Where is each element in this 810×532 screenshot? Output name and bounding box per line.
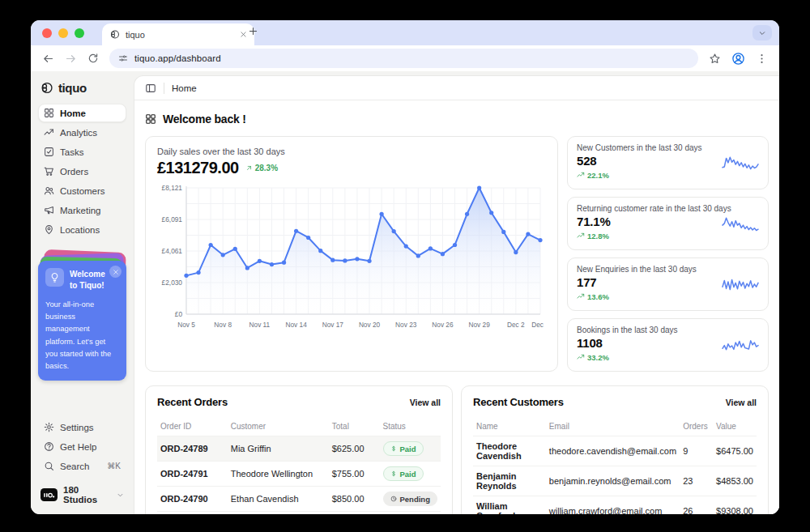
sidebar-item-home[interactable]: Home bbox=[38, 104, 126, 122]
reload-button[interactable] bbox=[87, 53, 99, 64]
customer-name-cell: Theodore Cavendish bbox=[473, 436, 546, 466]
site-settings-icon[interactable] bbox=[118, 53, 128, 63]
stat-card-returning-1: Returning customer rate in the last 30 d… bbox=[567, 197, 769, 250]
customer-orders-cell: 26 bbox=[680, 496, 713, 515]
order-row[interactable]: ORD-24793Chloe Hayes$348.00Pending bbox=[157, 512, 441, 515]
sidebar-item-label: Tasks bbox=[60, 147, 83, 157]
recent-customers-title: Recent Customers bbox=[473, 396, 564, 408]
gear-icon bbox=[44, 422, 54, 432]
svg-text:Nov 17: Nov 17 bbox=[322, 321, 344, 329]
sidebar-item-get-help[interactable]: Get Help bbox=[38, 437, 126, 456]
chevron-down-icon bbox=[117, 492, 124, 499]
sidebar-item-label: Search bbox=[60, 462, 89, 471]
status-label: Pending bbox=[400, 495, 430, 504]
stat-sparkline bbox=[722, 211, 759, 236]
customer-email-cell: benjamin.reynolds@email.com bbox=[546, 466, 680, 496]
zoom-window-button[interactable] bbox=[75, 28, 84, 38]
daily-sales-line-chart[interactable]: £0£2,030£4,061£6,091£8,121Nov 5Nov 8Nov … bbox=[157, 181, 544, 334]
status-badge-pending: Pending bbox=[383, 492, 437, 506]
svg-text:Nov 11: Nov 11 bbox=[249, 321, 271, 329]
sidebar-item-tasks[interactable]: Tasks bbox=[38, 143, 126, 161]
sidebar-item-label: Home bbox=[60, 109, 86, 118]
minimize-window-button[interactable] bbox=[58, 28, 68, 38]
order-row[interactable]: ORD-24790Ethan Cavendish$850.00Pending bbox=[157, 487, 441, 512]
svg-text:Nov 26: Nov 26 bbox=[432, 321, 454, 329]
column-header-status: Status bbox=[380, 417, 441, 436]
sidebar-item-orders[interactable]: Orders bbox=[38, 162, 126, 181]
customer-email-cell: theodore.cavendish@email.com bbox=[546, 436, 680, 466]
app-logo: tiquo bbox=[38, 78, 126, 104]
address-bar[interactable]: tiquo.app/dashboard bbox=[109, 49, 698, 68]
status-label: Paid bbox=[400, 470, 416, 479]
column-header-customer: Customer bbox=[228, 417, 329, 436]
svg-text:£2,030: £2,030 bbox=[162, 279, 183, 287]
order-customer-cell: Mia Griffin bbox=[228, 436, 329, 462]
svg-text:£4,061: £4,061 bbox=[162, 247, 183, 255]
sidebar-item-marketing[interactable]: Marketing bbox=[38, 201, 126, 219]
sidebar-item-label: Marketing bbox=[60, 206, 101, 215]
breadcrumb-home[interactable]: Home bbox=[172, 83, 197, 93]
grid-icon bbox=[145, 113, 156, 125]
customer-row[interactable]: Benjamin Reynoldsbenjamin.reynolds@email… bbox=[473, 466, 757, 496]
tab-strip: tiquo bbox=[31, 20, 779, 45]
bookmark-star-icon[interactable] bbox=[709, 53, 721, 65]
back-button[interactable] bbox=[42, 53, 54, 65]
order-status-cell: Pending bbox=[380, 512, 441, 515]
stat-trend-value: 12.8% bbox=[587, 232, 609, 240]
stat-card-new-0: New Customers in the last 30 days52822.1… bbox=[567, 136, 769, 189]
stat-trend-value: 33.2% bbox=[587, 353, 609, 362]
stat-trend-badge: 13.6% bbox=[577, 292, 609, 301]
svg-text:Dec 4: Dec 4 bbox=[531, 321, 544, 329]
sidebar-item-locations[interactable]: Locations bbox=[38, 220, 126, 239]
lightbulb-icon bbox=[45, 268, 64, 287]
status-label: Paid bbox=[400, 445, 416, 453]
new-tab-button[interactable] bbox=[248, 26, 258, 36]
stat-sparkline bbox=[722, 151, 759, 175]
tab-close-icon[interactable] bbox=[240, 31, 247, 38]
profile-avatar-icon[interactable] bbox=[731, 52, 745, 66]
sidebar: tiquo HomeAnalyticsTasksOrdersCustomersM… bbox=[31, 71, 134, 514]
trending-up-icon bbox=[44, 127, 54, 138]
cart-icon bbox=[44, 166, 54, 177]
order-row[interactable]: ORD-24789Mia Griffin$625.00Paid bbox=[157, 436, 441, 462]
customer-value-cell: $9308.00 bbox=[713, 496, 757, 515]
order-id-cell: ORD-24791 bbox=[157, 462, 228, 487]
svg-text:£0: £0 bbox=[175, 310, 183, 318]
welcome-promo-card: Welcome to Tiquo! Your all-in-one busine… bbox=[38, 261, 126, 381]
sidebar-toggle-icon[interactable] bbox=[145, 83, 156, 94]
sidebar-item-search[interactable]: Search⌘K bbox=[38, 457, 126, 475]
order-customer-cell: Theodore Wellington bbox=[228, 462, 329, 487]
browser-tab[interactable]: tiquo bbox=[102, 23, 254, 45]
stat-cards-column: New Customers in the last 30 days52822.1… bbox=[567, 136, 769, 372]
sidebar-item-label: Get Help bbox=[60, 442, 96, 452]
tab-search-button[interactable] bbox=[752, 25, 772, 40]
close-window-button[interactable] bbox=[42, 28, 52, 38]
page-title-text: Welcome back ! bbox=[163, 113, 246, 126]
tiquo-favicon bbox=[109, 29, 120, 40]
stat-trend-badge: 22.1% bbox=[577, 171, 609, 180]
sales-trend-badge: 28.3% bbox=[245, 164, 278, 172]
sidebar-item-analytics[interactable]: Analytics bbox=[38, 123, 126, 142]
order-row[interactable]: ORD-24791Theodore Wellington$755.00Paid bbox=[157, 462, 441, 487]
promo-close-button[interactable] bbox=[109, 266, 122, 278]
orders-view-all-button[interactable]: View all bbox=[410, 398, 441, 407]
trending-up-icon bbox=[577, 232, 585, 240]
browser-menu-icon[interactable] bbox=[756, 53, 768, 65]
customer-row[interactable]: William Crawfordwilliam.crawford@email.c… bbox=[473, 496, 757, 515]
order-id-cell: ORD-24789 bbox=[157, 436, 228, 462]
sidebar-item-customers[interactable]: Customers bbox=[38, 181, 126, 200]
sidebar-item-label: Orders bbox=[60, 167, 88, 177]
sidebar-nav: HomeAnalyticsTasksOrdersCustomersMarketi… bbox=[38, 104, 126, 239]
customers-view-all-button[interactable]: View all bbox=[726, 398, 757, 407]
forward-button[interactable] bbox=[65, 53, 77, 65]
sales-total-value: £131279.00 bbox=[157, 159, 239, 177]
promo-body: Your all-in-one business management plat… bbox=[45, 298, 119, 372]
customer-row[interactable]: Theodore Cavendishtheodore.cavendish@ema… bbox=[473, 436, 757, 466]
workspace-switcher[interactable]: 180 Studios bbox=[38, 476, 126, 506]
svg-text:Nov 20: Nov 20 bbox=[359, 321, 381, 329]
stat-trend-badge: 33.2% bbox=[577, 353, 609, 362]
main-panel: Home Welcome back ! Daily sales over the… bbox=[134, 75, 779, 514]
svg-text:Nov 29: Nov 29 bbox=[469, 321, 491, 329]
svg-text:Nov 8: Nov 8 bbox=[214, 321, 232, 329]
sidebar-item-settings[interactable]: Settings bbox=[38, 418, 126, 436]
